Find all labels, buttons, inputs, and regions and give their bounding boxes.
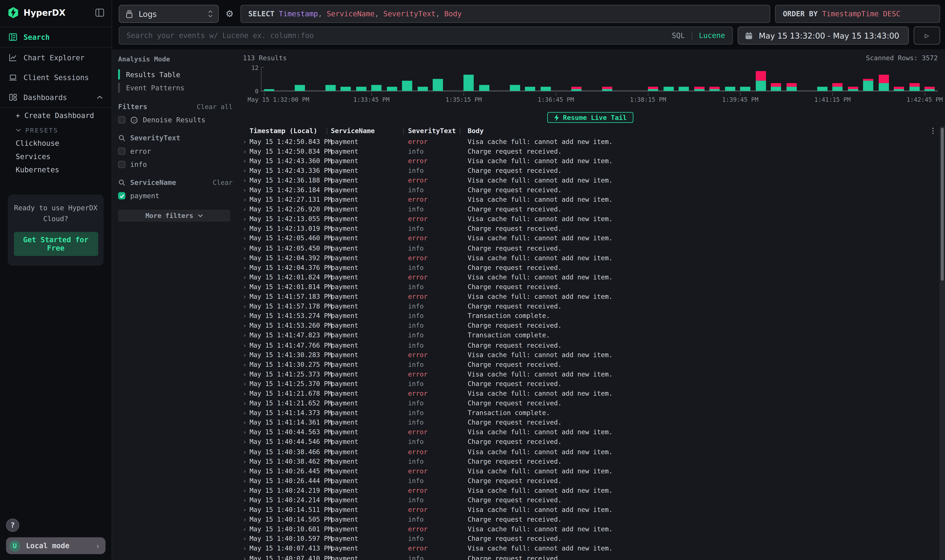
sidebar-collapse-icon[interactable]	[95, 8, 104, 17]
row-expand-chevron-icon[interactable]: ›	[243, 477, 250, 484]
table-row[interactable]: ›May 15 1:40:26.444 PMpaymentinfoCharge …	[243, 476, 938, 486]
filter-option-payment[interactable]: payment	[118, 191, 235, 200]
table-row[interactable]: ›May 15 1:41:57.183 PMpaymenterrorVisa c…	[243, 292, 938, 302]
row-expand-chevron-icon[interactable]: ›	[243, 168, 250, 174]
search-input[interactable]: Search your events w/ Lucene ex. column:…	[119, 26, 733, 45]
table-row[interactable]: ›May 15 1:42:05.450 PMpaymentinfoCharge …	[243, 243, 938, 253]
sidebar-item-services[interactable]: Services	[0, 150, 111, 163]
toggle-sql[interactable]: SQL	[672, 31, 685, 40]
row-expand-chevron-icon[interactable]: ›	[243, 507, 250, 513]
get-started-button[interactable]: Get Started for Free	[14, 232, 98, 256]
table-row[interactable]: ›May 15 1:41:53.260 PMpaymentinfoCharge …	[243, 321, 938, 331]
table-row[interactable]: ›May 15 1:41:25.370 PMpaymentinfoCharge …	[243, 379, 938, 389]
tab-event-patterns[interactable]: Event Patterns	[118, 83, 235, 93]
table-row[interactable]: ›May 15 1:42:13.019 PMpaymentinfoCharge …	[243, 224, 938, 234]
table-row[interactable]: ›May 15 1:41:53.274 PMpaymentinfoTransac…	[243, 311, 938, 321]
row-expand-chevron-icon[interactable]: ›	[243, 274, 250, 281]
row-expand-chevron-icon[interactable]: ›	[243, 138, 250, 145]
row-expand-chevron-icon[interactable]: ›	[243, 158, 250, 164]
row-expand-chevron-icon[interactable]: ›	[243, 187, 250, 193]
row-expand-chevron-icon[interactable]: ›	[243, 381, 250, 387]
row-expand-chevron-icon[interactable]: ›	[243, 351, 250, 358]
tab-results-table[interactable]: Results Table	[118, 69, 235, 80]
table-row[interactable]: ›May 15 1:41:57.178 PMpaymentinfoCharge …	[243, 302, 938, 311]
column-divider[interactable]	[327, 128, 327, 134]
row-expand-chevron-icon[interactable]: ›	[243, 448, 250, 455]
info-checkbox[interactable]	[118, 161, 125, 168]
row-expand-chevron-icon[interactable]: ›	[243, 322, 250, 329]
column-header-body[interactable]: Body	[468, 127, 938, 135]
row-expand-chevron-icon[interactable]: ›	[243, 468, 250, 474]
table-row[interactable]: ›May 15 1:40:24.214 PMpaymentinfoCharge …	[243, 495, 938, 505]
row-expand-chevron-icon[interactable]: ›	[243, 419, 250, 426]
row-expand-chevron-icon[interactable]: ›	[243, 361, 250, 368]
table-row[interactable]: ›May 15 1:42:43.336 PMpaymentinfoCharge …	[243, 166, 938, 175]
row-expand-chevron-icon[interactable]: ›	[243, 255, 250, 261]
table-row[interactable]: ›May 15 1:42:36.184 PMpaymentinfoCharge …	[243, 185, 938, 195]
table-row[interactable]: ›May 15 1:41:25.373 PMpaymenterrorVisa c…	[243, 369, 938, 379]
table-options-kebab-icon[interactable]: ⋮	[929, 126, 936, 135]
row-expand-chevron-icon[interactable]: ›	[243, 429, 250, 435]
row-expand-chevron-icon[interactable]: ›	[243, 216, 250, 222]
presets-toggle[interactable]: PRESETS	[0, 123, 111, 137]
row-expand-chevron-icon[interactable]: ›	[243, 526, 250, 533]
error-checkbox[interactable]	[118, 148, 125, 155]
table-row[interactable]: ›May 15 1:42:04.376 PMpaymentinfoCharge …	[243, 263, 938, 272]
row-expand-chevron-icon[interactable]: ›	[243, 313, 250, 319]
row-expand-chevron-icon[interactable]: ›	[243, 400, 250, 406]
table-row[interactable]: ›May 15 1:40:38.466 PMpaymenterrorVisa c…	[243, 447, 938, 457]
table-row[interactable]: ›May 15 1:41:21.678 PMpaymenterrorVisa c…	[243, 389, 938, 398]
sidebar-item-kubernetes[interactable]: Kubernetes	[0, 163, 111, 176]
table-row[interactable]: ›May 15 1:40:24.219 PMpaymenterrorVisa c…	[243, 486, 938, 495]
date-range-picker[interactable]: May 15 13:32:00 - May 15 13:43:00	[738, 26, 909, 45]
sidebar-item-dashboards[interactable]: Dashboards	[0, 88, 111, 107]
table-row[interactable]: ›May 15 1:41:47.823 PMpaymentinfoTransac…	[243, 331, 938, 340]
table-row[interactable]: ›May 15 1:42:50.834 PMpaymentinfoCharge …	[243, 146, 938, 156]
row-expand-chevron-icon[interactable]: ›	[243, 206, 250, 213]
table-row[interactable]: ›May 15 1:41:14.361 PMpaymentinfoCharge …	[243, 418, 938, 428]
gear-icon[interactable]: ⚙	[224, 5, 236, 23]
table-row[interactable]: ›May 15 1:40:38.462 PMpaymentinfoCharge …	[243, 457, 938, 466]
row-expand-chevron-icon[interactable]: ›	[243, 332, 250, 339]
row-expand-chevron-icon[interactable]: ›	[243, 516, 250, 523]
sidebar-item-client-sessions[interactable]: Client Sessions	[0, 68, 111, 88]
row-expand-chevron-icon[interactable]: ›	[243, 284, 250, 290]
table-row[interactable]: ›May 15 1:42:05.460 PMpaymenterrorVisa c…	[243, 234, 938, 243]
payment-checkbox[interactable]	[118, 192, 125, 199]
row-expand-chevron-icon[interactable]: ›	[243, 148, 250, 155]
column-header-severitytext[interactable]: SeverityText	[408, 127, 460, 135]
filter-option-info[interactable]: info	[118, 160, 235, 169]
column-header-servicename[interactable]: ServiceName	[331, 127, 403, 135]
table-row[interactable]: ›May 15 1:41:21.652 PMpaymentinfoCharge …	[243, 398, 938, 408]
row-expand-chevron-icon[interactable]: ›	[243, 545, 250, 552]
table-row[interactable]: ›May 15 1:41:30.283 PMpaymenterrorVisa c…	[243, 350, 938, 360]
table-row[interactable]: ›May 15 1:42:50.843 PMpaymenterrorVisa c…	[243, 137, 938, 146]
denoise-checkbox[interactable]	[118, 116, 125, 123]
search-icon[interactable]	[118, 178, 126, 186]
table-row[interactable]: ›May 15 1:41:47.766 PMpaymentinfoCharge …	[243, 340, 938, 350]
order-by-input[interactable]: ORDER BY TimestampTime DESC	[775, 5, 940, 23]
row-expand-chevron-icon[interactable]: ›	[243, 536, 250, 542]
row-expand-chevron-icon[interactable]: ›	[243, 390, 250, 397]
sql-query-input[interactable]: SELECT Timestamp, ServiceName, SeverityT…	[240, 5, 770, 23]
row-expand-chevron-icon[interactable]: ›	[243, 487, 250, 494]
row-expand-chevron-icon[interactable]: ›	[243, 458, 250, 465]
filter-option-error[interactable]: error	[118, 147, 235, 155]
help-button[interactable]: ?	[6, 518, 19, 532]
row-expand-chevron-icon[interactable]: ›	[243, 410, 250, 416]
table-row[interactable]: ›May 15 1:42:13.055 PMpaymenterrorVisa c…	[243, 214, 938, 224]
sidebar-item-search[interactable]: Search	[0, 27, 111, 47]
row-expand-chevron-icon[interactable]: ›	[243, 439, 250, 445]
row-expand-chevron-icon[interactable]: ›	[243, 293, 250, 300]
row-expand-chevron-icon[interactable]: ›	[243, 303, 250, 310]
table-row[interactable]: ›May 15 1:42:26.920 PMpaymentinfoCharge …	[243, 205, 938, 214]
sidebar-item-clickhouse[interactable]: Clickhouse	[0, 137, 111, 150]
run-query-button[interactable]: ▷	[914, 26, 940, 45]
table-row[interactable]: ›May 15 1:40:10.597 PMpaymentinfoCharge …	[243, 534, 938, 544]
row-expand-chevron-icon[interactable]: ›	[243, 497, 250, 503]
clear-servicename-button[interactable]: Clear	[213, 178, 233, 186]
table-row[interactable]: ›May 15 1:42:36.188 PMpaymenterrorVisa c…	[243, 175, 938, 185]
user-menu[interactable]: U Local mode ›	[6, 537, 105, 554]
row-expand-chevron-icon[interactable]: ›	[243, 177, 250, 184]
create-dashboard-button[interactable]: + Create Dashboard	[0, 108, 111, 123]
